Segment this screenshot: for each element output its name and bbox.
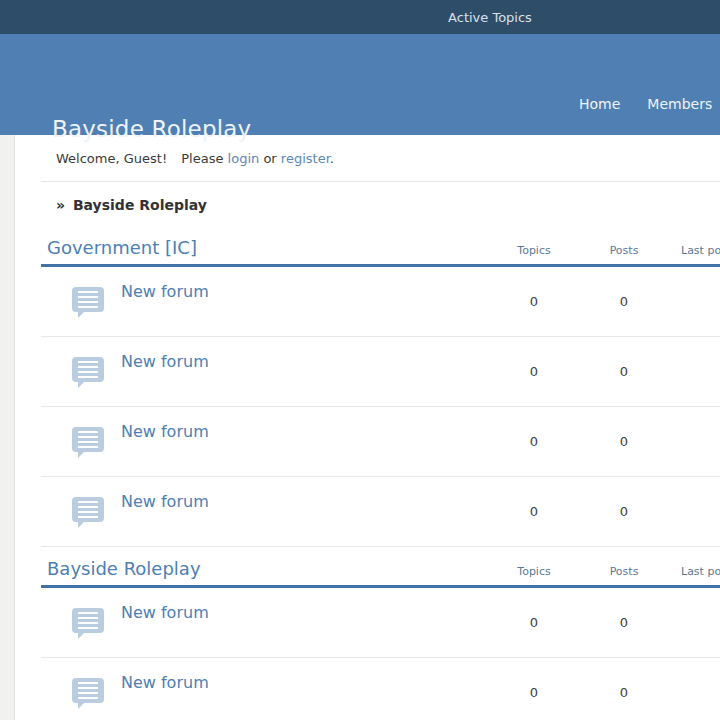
forum-row: New forum 0 0 <box>41 658 720 720</box>
welcome-bar: Welcome, Guest! Please login or register… <box>41 135 720 182</box>
topics-count: 0 <box>489 337 579 406</box>
forum-link[interactable]: New forum <box>121 492 209 512</box>
column-header-topics: Topics <box>489 565 579 581</box>
column-header-posts: Posts <box>579 244 669 260</box>
posts-count: 0 <box>579 477 669 546</box>
forum-link[interactable]: New forum <box>121 603 209 623</box>
category-title: Government [IC] <box>41 236 489 260</box>
last-post-cell <box>681 477 720 546</box>
forum-link[interactable]: New forum <box>121 352 209 372</box>
login-link[interactable]: login <box>228 151 260 166</box>
posts-count: 0 <box>579 658 669 720</box>
category-header: Bayside Roleplay Topics Posts Last post <box>41 547 720 588</box>
column-header-posts: Posts <box>579 565 669 581</box>
forum-chat-icon <box>72 357 104 382</box>
welcome-please: Please <box>181 151 223 166</box>
last-post-cell <box>681 407 720 476</box>
forum-link[interactable]: New forum <box>121 673 209 693</box>
posts-count: 0 <box>579 337 669 406</box>
forum-chat-icon <box>72 287 104 312</box>
nav-members[interactable]: Members <box>647 96 712 112</box>
site-title-link[interactable]: Bayside Roleplay <box>52 116 251 142</box>
main-nav: Home Members <box>579 96 712 112</box>
topics-count: 0 <box>489 658 579 720</box>
breadcrumb: » Bayside Roleplay <box>41 182 720 226</box>
forum-chat-icon <box>72 678 104 703</box>
forum-row: New forum 0 0 <box>41 588 720 658</box>
forum-cell: New forum <box>41 588 489 657</box>
content-inner: Welcome, Guest! Please login or register… <box>15 135 720 720</box>
welcome-greeting: Welcome, Guest! <box>56 151 167 166</box>
category-header: Government [IC] Topics Posts Last post <box>41 226 720 267</box>
posts-count: 0 <box>579 407 669 476</box>
main-content: Welcome, Guest! Please login or register… <box>14 135 720 720</box>
forum-row: New forum 0 0 <box>41 267 720 337</box>
register-link[interactable]: register <box>281 151 330 166</box>
topics-count: 0 <box>489 407 579 476</box>
column-header-last-post: Last post <box>681 244 720 260</box>
category-section-bayside: Bayside Roleplay Topics Posts Last post … <box>41 547 720 720</box>
nav-home[interactable]: Home <box>579 96 620 112</box>
forum-chat-icon <box>72 497 104 522</box>
last-post-cell <box>681 267 720 336</box>
forum-cell: New forum <box>41 477 489 546</box>
forum-chat-icon <box>72 608 104 633</box>
last-post-cell <box>681 658 720 720</box>
welcome-or: or <box>263 151 276 166</box>
active-topics-link[interactable]: Active Topics <box>448 10 532 25</box>
posts-count: 0 <box>579 588 669 657</box>
forum-link[interactable]: New forum <box>121 282 209 302</box>
posts-count: 0 <box>579 267 669 336</box>
topics-count: 0 <box>489 477 579 546</box>
category-title: Bayside Roleplay <box>41 557 489 581</box>
column-header-last-post: Last post <box>681 565 720 581</box>
forum-row: New forum 0 0 <box>41 477 720 547</box>
last-post-cell <box>681 337 720 406</box>
forum-chat-icon <box>72 427 104 452</box>
page: Active Topics Bayside Roleplay Home Memb… <box>0 0 720 720</box>
welcome-period: . <box>330 151 334 166</box>
forum-cell: New forum <box>41 407 489 476</box>
forum-row: New forum 0 0 <box>41 337 720 407</box>
category-section-government: Government [IC] Topics Posts Last post N… <box>41 226 720 547</box>
forum-row: New forum 0 0 <box>41 407 720 477</box>
forum-cell: New forum <box>41 337 489 406</box>
topics-count: 0 <box>489 588 579 657</box>
forum-link[interactable]: New forum <box>121 422 209 442</box>
forum-cell: New forum <box>41 267 489 336</box>
site-header: Bayside Roleplay Home Members <box>0 34 720 135</box>
last-post-cell <box>681 588 720 657</box>
breadcrumb-arrow-icon: » <box>56 197 65 213</box>
forum-cell: New forum <box>41 658 489 720</box>
breadcrumb-current[interactable]: Bayside Roleplay <box>73 197 207 213</box>
column-header-topics: Topics <box>489 244 579 260</box>
top-bar: Active Topics <box>0 0 720 34</box>
topics-count: 0 <box>489 267 579 336</box>
